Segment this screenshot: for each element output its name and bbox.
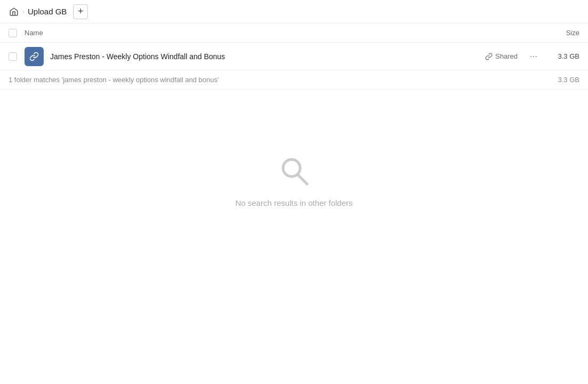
svg-point-2 xyxy=(536,56,537,57)
file-checkbox[interactable] xyxy=(9,52,17,61)
summary-row: 1 folder matches 'james preston - weekly… xyxy=(0,70,588,90)
search-empty-icon xyxy=(277,154,311,188)
top-bar: › Upload GB + xyxy=(0,0,588,23)
select-all-checkbox[interactable] xyxy=(9,29,17,37)
file-size: 3.3 GB xyxy=(547,52,579,60)
shared-badge: Shared xyxy=(485,52,518,60)
select-all-checkbox-area xyxy=(9,29,25,37)
home-icon[interactable] xyxy=(9,6,19,17)
more-options-button[interactable] xyxy=(526,49,541,64)
empty-state: No search results in other folders xyxy=(0,90,588,271)
svg-point-0 xyxy=(530,56,531,57)
add-button[interactable]: + xyxy=(73,4,88,19)
svg-line-4 xyxy=(297,174,307,184)
file-row[interactable]: James Preston - Weekly Options Windfall … xyxy=(0,43,588,70)
file-checkbox-area xyxy=(9,52,25,61)
file-icon xyxy=(25,47,44,66)
summary-text: 1 folder matches 'james preston - weekly… xyxy=(9,76,547,84)
breadcrumb-separator: › xyxy=(22,8,25,15)
empty-state-message: No search results in other folders xyxy=(235,198,352,207)
column-header: Name Size xyxy=(0,23,588,43)
file-name: James Preston - Weekly Options Windfall … xyxy=(50,52,485,61)
summary-size: 3.3 GB xyxy=(547,76,579,84)
name-column-header: Name xyxy=(25,29,537,37)
size-column-header: Size xyxy=(537,29,579,37)
shared-label: Shared xyxy=(495,52,518,60)
svg-point-1 xyxy=(533,56,534,57)
breadcrumb-title: Upload GB xyxy=(28,7,67,16)
